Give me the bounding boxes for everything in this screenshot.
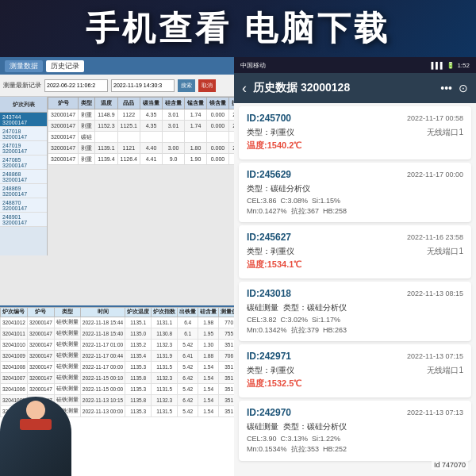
mobile-card: ID:242971 2022-11-13 07:15 类型：剥重仪 无线端口1 … bbox=[239, 344, 471, 397]
col-temp: 温度 bbox=[95, 98, 117, 109]
bottom-data-table: 炉次编号 炉号 类型 时间 炉次温度 炉次指数 出铁量 硅含量 测量值 操作 bbox=[0, 307, 234, 417]
card-port: 无线端口1 bbox=[427, 246, 463, 257]
id-badge: Id 747070 bbox=[432, 460, 468, 470]
card-type: 碳硅测量 类型：碳硅分析仪 bbox=[247, 302, 347, 313]
top-tab-bar: 测量数据 历史记录 bbox=[0, 57, 234, 75]
more-options-icon[interactable]: ••• bbox=[440, 82, 452, 94]
card-chem: CEL:3.86 C:3.08% Si:1.15%Mn:0.1427% 抗拉:3… bbox=[247, 196, 463, 216]
sidebar-row[interactable]: 24890132000147 bbox=[0, 213, 47, 227]
mobile-header-actions: ••• ⊙ bbox=[440, 82, 468, 94]
sidebar-row[interactable]: 24887032000147 bbox=[0, 198, 47, 213]
left-panel: 测量数据 历史记录 测量最新记录 搜索 取消 炉次列表 243744320001… bbox=[0, 57, 234, 476]
table-row: 32000147 剥重 1139.4 1126.4 4.41 9.0 1.90 … bbox=[48, 154, 235, 165]
card-type-row: 碳硅测量 类型：碳硅分析仪 bbox=[247, 421, 463, 432]
banner-text: 手机查看 电脑下载 bbox=[86, 6, 390, 51]
card-type: 类型：剥重仪 bbox=[247, 127, 294, 138]
mobile-list[interactable]: ID:245700 2022-11-17 00:58 类型：剥重仪 无线端口1 … bbox=[234, 103, 476, 476]
time-text: 1:52 bbox=[457, 62, 470, 69]
card-header: ID:245700 2022-11-17 00:58 bbox=[247, 113, 463, 124]
table-row: 32000147 剥重 1152.3 1125.1 4.35 3.01 1.74… bbox=[48, 121, 235, 132]
card-type: 类型：剥重仪 bbox=[247, 246, 294, 257]
table-row: 32000147 剥重 1148.9 1122 4.35 3.01 1.74 0… bbox=[48, 109, 235, 121]
tab-history[interactable]: 历史记录 bbox=[46, 60, 84, 72]
card-header: ID:242970 2022-11-13 07:13 bbox=[247, 407, 463, 418]
col-yield: 品品 bbox=[117, 98, 140, 109]
card-id: ID:245627 bbox=[247, 232, 291, 243]
card-temp: 温度:1540.2℃ bbox=[247, 140, 463, 152]
card-type-row: 类型：剥重仪 无线端口1 bbox=[247, 127, 463, 138]
date-from-input[interactable] bbox=[44, 79, 108, 92]
table-row: 3204101232000147硅铁测量2022-11-18 15:44 113… bbox=[1, 317, 235, 328]
card-id: ID:243018 bbox=[247, 288, 291, 299]
table-row: 32000147 碳硅 1307.9 查看 bbox=[48, 132, 235, 143]
mobile-card: ID:245700 2022-11-17 00:58 类型：剥重仪 无线端口1 … bbox=[239, 106, 471, 159]
table-row: 3204100932000147硅铁测量2022-11-17 00:44 113… bbox=[1, 351, 235, 362]
table-section: 炉次列表 24374432000147 24701832000147 24701… bbox=[0, 97, 234, 255]
date-to-input[interactable] bbox=[111, 79, 175, 92]
card-header: ID:242971 2022-11-13 07:15 bbox=[247, 351, 463, 362]
table-row: 3204100732000147硅铁测量2022-11-15 00:10 113… bbox=[1, 373, 235, 384]
mobile-card: ID:245627 2022-11-16 23:58 类型：剥重仪 无线端口1 … bbox=[239, 225, 471, 278]
card-type-row: 碳硅测量 类型：碳硅分析仪 bbox=[247, 302, 463, 313]
col-mg: 镁含量 bbox=[207, 98, 229, 109]
card-port: 无线端口1 bbox=[427, 365, 463, 376]
top-banner: 手机查看 电脑下载 bbox=[0, 0, 476, 57]
card-type-row: 类型：剥重仪 无线端口1 bbox=[247, 246, 463, 257]
main-data-table: 炉号 类型 温度 品品 碳当量 硅含量 锰含量 镁含量 抗拉 硬度 操作 bbox=[48, 97, 234, 165]
card-port: 无线端口1 bbox=[427, 127, 463, 138]
reset-button[interactable]: 取消 bbox=[198, 79, 216, 92]
settings-icon[interactable]: ⊙ bbox=[459, 82, 468, 94]
sidebar-row[interactable]: 24886932000147 bbox=[0, 184, 47, 198]
card-date: 2022-11-17 00:00 bbox=[407, 171, 463, 178]
bottom-section: 炉次编号 炉号 类型 时间 炉次温度 炉次指数 出铁量 硅含量 测量值 操作 bbox=[0, 305, 234, 476]
card-id: ID:242970 bbox=[247, 407, 291, 418]
card-date: 2022-11-17 00:58 bbox=[407, 114, 463, 122]
table-sidebar: 炉次列表 24374432000147 24701832000147 24701… bbox=[0, 97, 48, 255]
card-temp: 温度:1532.5℃ bbox=[247, 378, 463, 390]
tab-measure[interactable]: 测量数据 bbox=[5, 60, 43, 72]
card-id: ID:245629 bbox=[247, 169, 291, 180]
back-button[interactable]: ‹ bbox=[242, 80, 247, 97]
status-icons: ▌▌▌ 🔋 1:52 bbox=[431, 62, 470, 69]
table-row: 32000147 剥重 1139.1 1121 4.40 3.00 1.80 0… bbox=[48, 143, 235, 154]
card-type: 类型：碳硅分析仪 bbox=[247, 183, 310, 194]
card-header: ID:243018 2022-11-13 08:15 bbox=[247, 288, 463, 299]
card-chem: CEL:3.82 C:3.02% Si:1.17%Mn:0.1342% 抗拉:3… bbox=[247, 315, 463, 335]
col-si: 硅含量 bbox=[163, 98, 185, 109]
table-row: 3204100632000147硅铁测量2022-11-15 00:00 113… bbox=[1, 384, 235, 395]
card-date: 2022-11-16 23:58 bbox=[407, 233, 463, 241]
mobile-status-bar: 中国移动 ▌▌▌ 🔋 1:52 bbox=[234, 57, 476, 73]
card-chem: CEL:3.90 C:3.13% Si:1.22%Mn:0.1534% 抗拉:3… bbox=[247, 434, 463, 454]
search-button[interactable]: 搜索 bbox=[178, 79, 195, 92]
col-furnace: 炉号 bbox=[48, 98, 79, 109]
wifi-icon: ▌▌▌ bbox=[431, 62, 444, 69]
card-date: 2022-11-13 08:15 bbox=[407, 290, 463, 298]
filter-label: 测量最新记录 bbox=[3, 81, 41, 90]
card-header: ID:245627 2022-11-16 23:58 bbox=[247, 232, 463, 243]
sidebar-row[interactable]: 24886832000147 bbox=[0, 170, 47, 184]
sidebar-row[interactable]: 24374432000147 bbox=[0, 113, 47, 127]
right-panel: 中国移动 ▌▌▌ 🔋 1:52 ‹ 历史数据 32000128 ••• ⊙ ID… bbox=[234, 57, 476, 476]
bottom-table-scroll[interactable]: 炉次编号 炉号 类型 时间 炉次温度 炉次指数 出铁量 硅含量 测量值 操作 bbox=[0, 307, 234, 476]
card-id: ID:242971 bbox=[247, 351, 291, 362]
table-row: 3204100532000147硅铁测量2022-11-13 10:15 113… bbox=[1, 395, 235, 406]
card-type-row: 类型：剥重仪 无线端口1 bbox=[247, 365, 463, 376]
card-date: 2022-11-13 07:13 bbox=[407, 409, 463, 416]
mobile-card: ID:242970 2022-11-13 07:13 碳硅测量 类型：碳硅分析仪… bbox=[239, 401, 471, 460]
carrier-text: 中国移动 bbox=[240, 61, 266, 70]
sidebar-header: 炉次列表 bbox=[0, 97, 47, 113]
sidebar-row[interactable]: 24701932000147 bbox=[0, 141, 47, 155]
sidebar-row[interactable]: 24701832000147 bbox=[0, 127, 47, 141]
col-type: 类型 bbox=[79, 98, 95, 109]
col-mn: 锰含量 bbox=[185, 98, 207, 109]
card-type: 碳硅测量 类型：碳硅分析仪 bbox=[247, 421, 347, 432]
col-cel: 碳当量 bbox=[140, 98, 163, 109]
mobile-card: ID:245629 2022-11-17 00:00 类型：碳硅分析仪 CEL:… bbox=[239, 163, 471, 222]
card-date: 2022-11-13 07:15 bbox=[407, 352, 463, 360]
table-row: 3204100832000147硅铁测量2022-11-17 00:00 113… bbox=[1, 362, 235, 373]
table-row: 3204100432000147硅铁测量2022-11-13 00:00 113… bbox=[1, 406, 235, 417]
mobile-card: ID:243018 2022-11-13 08:15 碳硅测量 类型：碳硅分析仪… bbox=[239, 282, 471, 341]
main-table-wrap: 炉号 类型 温度 品品 碳当量 硅含量 锰含量 镁含量 抗拉 硬度 操作 bbox=[48, 97, 234, 255]
sidebar-row[interactable]: 24708532000147 bbox=[0, 155, 47, 170]
card-temp: 温度:1534.1℃ bbox=[247, 259, 463, 271]
